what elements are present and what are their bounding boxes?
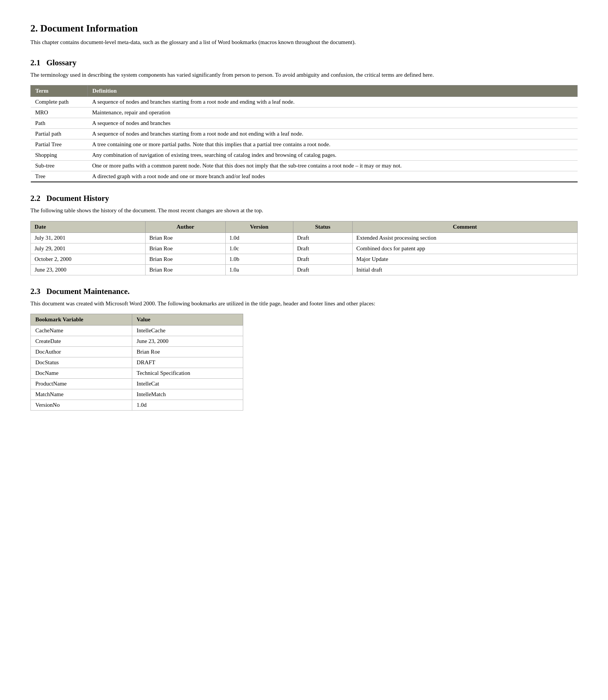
history-status: Draft: [293, 243, 352, 254]
history-date: July 31, 2001: [31, 232, 146, 243]
history-date: October 2, 2000: [31, 254, 146, 264]
history-version: 1.0c: [225, 243, 293, 254]
bookmark-value: June 23, 2000: [132, 336, 243, 347]
glossary-heading: Glossary: [46, 58, 76, 67]
bookmark-row: VersionNo1.0d: [31, 400, 243, 411]
history-col-date: Date: [31, 221, 146, 232]
history-title: 2.2 Document History: [30, 194, 578, 203]
glossary-row: MROMaintenance, repair and operation: [31, 107, 578, 118]
bookmark-value: IntelleMatch: [132, 389, 243, 400]
glossary-definition: Any combination of navigation of existin…: [88, 150, 578, 161]
bookmark-value: IntelleCache: [132, 326, 243, 336]
glossary-col-term: Term: [31, 85, 88, 97]
bookmark-variable: CreateDate: [31, 336, 132, 347]
glossary-term: MRO: [31, 107, 88, 118]
glossary-section: 2.1 Glossary The terminology used in des…: [30, 58, 578, 183]
bookmark-variable: DocAuthor: [31, 347, 132, 357]
history-comment: Initial draft: [352, 264, 577, 275]
history-version: 1.0a: [225, 264, 293, 275]
history-date: June 23, 2000: [31, 264, 146, 275]
history-section: 2.2 Document History The following table…: [30, 194, 578, 275]
bookmark-row: DocAuthorBrian Roe: [31, 347, 243, 357]
glossary-definition: A sequence of nodes and branches: [88, 118, 578, 129]
history-comment: Major Update: [352, 254, 577, 264]
glossary-col-definition: Definition: [88, 85, 578, 97]
glossary-definition: A sequence of nodes and branches startin…: [88, 97, 578, 107]
bookmark-variable: VersionNo: [31, 400, 132, 411]
glossary-row: ShoppingAny combination of navigation of…: [31, 150, 578, 161]
main-section-title: 2. Document Information: [30, 23, 578, 34]
maintenance-number: 2.3: [30, 287, 40, 296]
history-row: July 31, 2001Brian Roe1.0dDraftExtended …: [31, 232, 578, 243]
history-status: Draft: [293, 254, 352, 264]
main-section-heading: Document Information: [40, 23, 138, 34]
history-comment: Combined docs for patent app: [352, 243, 577, 254]
history-row: June 23, 2000Brian Roe1.0aDraftInitial d…: [31, 264, 578, 275]
bookmark-variable: ProductName: [31, 379, 132, 389]
history-status: Draft: [293, 264, 352, 275]
glossary-definition: Maintenance, repair and operation: [88, 107, 578, 118]
history-col-version: Version: [225, 221, 293, 232]
history-row: October 2, 2000Brian Roe1.0bDraftMajor U…: [31, 254, 578, 264]
history-col-comment: Comment: [352, 221, 577, 232]
glossary-definition: A sequence of nodes and branches startin…: [88, 129, 578, 139]
history-heading: Document History: [46, 194, 109, 203]
bookmark-variable: MatchName: [31, 389, 132, 400]
bookmark-value: 1.0d: [132, 400, 243, 411]
history-date: July 29, 2001: [31, 243, 146, 254]
bookmark-value: DRAFT: [132, 357, 243, 368]
bookmark-row: DocStatusDRAFT: [31, 357, 243, 368]
glossary-title: 2.1 Glossary: [30, 58, 578, 68]
glossary-definition: One or more paths with a common parent n…: [88, 161, 578, 171]
bookmark-row: DocNameTechnical Specification: [31, 368, 243, 379]
glossary-definition: A tree containing one or more partial pa…: [88, 139, 578, 150]
main-section: 2. Document Information This chapter con…: [30, 23, 578, 47]
glossary-term: Sub-tree: [31, 161, 88, 171]
glossary-row: Complete pathA sequence of nodes and bra…: [31, 97, 578, 107]
history-version: 1.0d: [225, 232, 293, 243]
glossary-intro: The terminology used in describing the s…: [30, 71, 578, 79]
history-table: Date Author Version Status Comment July …: [30, 221, 578, 275]
glossary-term: Tree: [31, 171, 88, 182]
history-comment: Extended Assist processing section: [352, 232, 577, 243]
bookmark-variable: DocStatus: [31, 357, 132, 368]
history-version: 1.0b: [225, 254, 293, 264]
bookmark-variable: CacheName: [31, 326, 132, 336]
glossary-definition: A directed graph with a root node and on…: [88, 171, 578, 182]
glossary-row: TreeA directed graph with a root node an…: [31, 171, 578, 182]
glossary-table: Term Definition Complete pathA sequence …: [30, 85, 578, 182]
history-number: 2.2: [30, 194, 40, 203]
history-col-status: Status: [293, 221, 352, 232]
bookmark-variable: DocName: [31, 368, 132, 379]
maintenance-heading: Document Maintenance.: [46, 287, 130, 296]
bookmark-row: ProductNameIntelleCat: [31, 379, 243, 389]
bookmark-row: MatchNameIntelleMatch: [31, 389, 243, 400]
history-author: Brian Roe: [146, 264, 225, 275]
bookmark-value: Technical Specification: [132, 368, 243, 379]
glossary-row: Sub-treeOne or more paths with a common …: [31, 161, 578, 171]
bookmark-row: CacheNameIntelleCache: [31, 326, 243, 336]
history-author: Brian Roe: [146, 232, 225, 243]
main-section-intro: This chapter contains document-level met…: [30, 38, 578, 47]
bookmark-value: IntelleCat: [132, 379, 243, 389]
glossary-row: Partial pathA sequence of nodes and bran…: [31, 129, 578, 139]
history-author: Brian Roe: [146, 254, 225, 264]
bookmark-table: Bookmark Variable Value CacheNameIntelle…: [30, 314, 243, 411]
bookmark-col-value: Value: [132, 314, 243, 326]
glossary-row: Partial TreeA tree containing one or mor…: [31, 139, 578, 150]
maintenance-title: 2.3 Document Maintenance.: [30, 287, 578, 296]
glossary-term: Path: [31, 118, 88, 129]
maintenance-intro: This document was created with Microsoft…: [30, 299, 578, 308]
history-row: July 29, 2001Brian Roe1.0cDraftCombined …: [31, 243, 578, 254]
glossary-term: Shopping: [31, 150, 88, 161]
bookmark-col-variable: Bookmark Variable: [31, 314, 132, 326]
glossary-term: Partial Tree: [31, 139, 88, 150]
glossary-row: PathA sequence of nodes and branches: [31, 118, 578, 129]
history-intro: The following table shows the history of…: [30, 206, 578, 215]
main-section-number: 2.: [30, 23, 38, 34]
maintenance-section: 2.3 Document Maintenance. This document …: [30, 287, 578, 411]
glossary-number: 2.1: [30, 58, 40, 67]
bookmark-value: Brian Roe: [132, 347, 243, 357]
history-status: Draft: [293, 232, 352, 243]
glossary-term: Complete path: [31, 97, 88, 107]
